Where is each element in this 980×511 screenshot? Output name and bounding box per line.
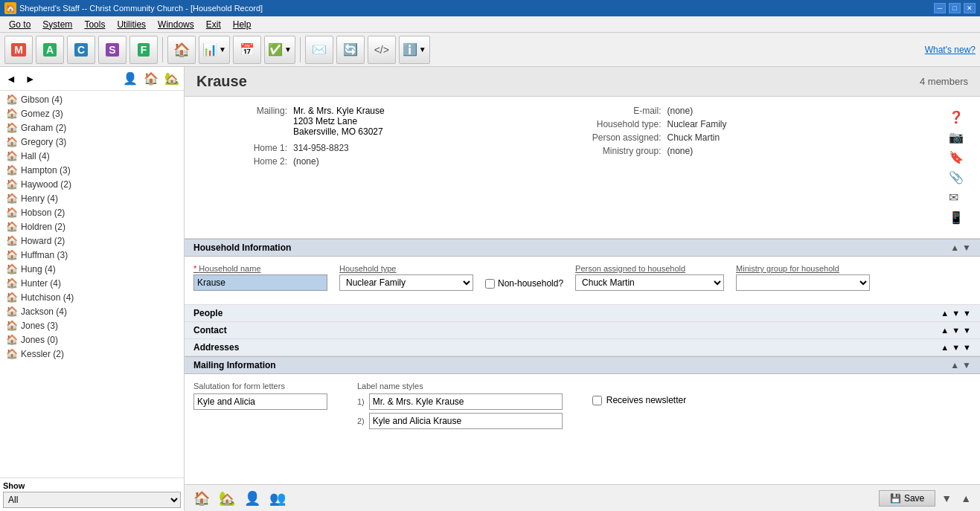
attachment-icon[interactable]: 📎 — [947, 169, 965, 186]
addresses-collapse-btn[interactable]: ▼ — [963, 343, 971, 352]
save-button[interactable]: 💾 Save — [879, 490, 935, 507]
bottom-add-household-btn[interactable]: 🏡 — [216, 489, 238, 508]
menu-system[interactable]: System — [36, 18, 78, 31]
help-circle-icon[interactable]: ❓ — [947, 109, 965, 126]
addresses-up-btn[interactable]: ▲ — [941, 343, 949, 352]
reports-dropdown-icon[interactable]: ▼ — [219, 45, 226, 54]
nav-back-button[interactable]: ◄ — [3, 71, 19, 86]
people-down-filter-btn[interactable]: ▼ — [952, 309, 960, 318]
person-assigned-select[interactable]: Chuck Martin — [575, 274, 724, 291]
sidebar-item[interactable]: 🏠Hung (4) — [0, 262, 184, 276]
sidebar-item-label: Graham (2) — [21, 123, 66, 133]
mailing-section-collapse-btn[interactable]: ▼ — [962, 360, 971, 370]
label-input-1[interactable] — [369, 393, 563, 410]
mobile-icon[interactable]: 📱 — [947, 209, 965, 226]
contact-down-filter-btn[interactable]: ▼ — [952, 326, 960, 335]
contact-section-header[interactable]: Contact ▲ ▼ ▼ — [185, 322, 980, 338]
people-collapse-btn[interactable]: ▼ — [963, 309, 971, 318]
sidebar-item[interactable]: 🏠Hall (4) — [0, 149, 184, 163]
contact-up-btn[interactable]: ▲ — [941, 326, 949, 335]
toolbar-attendance-btn[interactable]: A — [36, 36, 64, 64]
menu-utilities[interactable]: Utilities — [111, 18, 152, 31]
home-icon[interactable]: 🏡 — [163, 70, 181, 87]
toolbar-code-btn[interactable]: </> — [368, 36, 396, 64]
label-name-styles-group: Label name styles 1) 2) — [357, 382, 563, 429]
toolbar-contributions-btn[interactable]: C — [67, 36, 95, 64]
addresses-section-header[interactable]: Addresses ▲ ▼ ▼ — [185, 339, 980, 356]
toolbar-calendar-btn[interactable]: 📅 — [233, 36, 261, 64]
toolbar-members-btn[interactable]: M — [4, 36, 33, 64]
menu-help[interactable]: Help — [227, 18, 257, 31]
sidebar-list: 🏠Gibson (4)🏠Gomez (3)🏠Graham (2)🏠Gregory… — [0, 91, 184, 478]
bottom-person-btn[interactable]: 👤 — [241, 489, 263, 508]
sidebar-item[interactable]: 🏠Gibson (4) — [0, 92, 184, 106]
people-up-btn[interactable]: ▲ — [941, 309, 949, 318]
nav-forward-button[interactable]: ► — [22, 71, 39, 86]
addresses-down-filter-btn[interactable]: ▼ — [952, 343, 960, 352]
sidebar-item[interactable]: 🏠Jackson (4) — [0, 304, 184, 318]
tag-icon[interactable]: 🔖 — [947, 149, 965, 166]
nav-up-btn[interactable]: ▲ — [958, 491, 974, 506]
toolbar-followup-btn[interactable]: F — [129, 36, 158, 64]
household-name-input[interactable] — [193, 274, 327, 291]
toolbar-checkin-btn[interactable]: ✅ ▼ — [264, 36, 295, 64]
people-controls: ▲ ▼ ▼ — [941, 309, 971, 318]
close-button[interactable]: ✕ — [964, 3, 976, 13]
minimize-button[interactable]: ─ — [934, 3, 946, 13]
sidebar-item[interactable]: 🏠Hunter (4) — [0, 276, 184, 290]
sidebar-item[interactable]: 🏠Hobson (2) — [0, 205, 184, 219]
sidebar-item[interactable]: 🏠Graham (2) — [0, 120, 184, 135]
sidebar-item[interactable]: 🏠Jones (3) — [0, 318, 184, 332]
person-assigned-form-label: Person assigned to household — [575, 264, 724, 273]
house-icon: 🏠 — [6, 108, 18, 119]
toolbar-email-btn[interactable]: ✉️ — [305, 36, 333, 64]
sidebar-item[interactable]: 🏠Haywood (2) — [0, 177, 184, 191]
house-icon: 🏠 — [6, 221, 18, 232]
sidebar-item[interactable]: 🏠Gregory (3) — [0, 135, 184, 149]
whats-new-link[interactable]: What's new? — [925, 45, 976, 55]
toolbar-scheduler-btn[interactable]: S — [98, 36, 126, 64]
toolbar-reports-btn[interactable]: 📊 ▼ — [199, 36, 230, 64]
house-icon: 🏠 — [6, 207, 18, 218]
bottom-household-btn[interactable]: 🏠 — [190, 489, 213, 508]
sidebar-item[interactable]: 🏠Gomez (3) — [0, 106, 184, 120]
menu-tools[interactable]: Tools — [78, 18, 111, 31]
show-select[interactable]: All — [3, 492, 181, 508]
checkin-dropdown-icon[interactable]: ▼ — [284, 45, 292, 54]
sidebar-item[interactable]: 🏠Henry (4) — [0, 191, 184, 205]
camera-icon[interactable]: 📷 — [947, 129, 965, 146]
household-type-select[interactable]: Nuclear Family Single Adult Single Paren… — [339, 274, 473, 291]
window-controls[interactable]: ─ □ ✕ — [934, 3, 976, 13]
sidebar-item[interactable]: 🏠Huffman (3) — [0, 248, 184, 262]
info-dropdown-icon[interactable]: ▼ — [419, 45, 426, 54]
mailing-section-up-btn[interactable]: ▲ — [950, 360, 959, 370]
toolbar-info-btn[interactable]: ℹ️ ▼ — [399, 36, 430, 64]
contact-section: Contact ▲ ▼ ▼ — [185, 322, 980, 339]
sidebar-item[interactable]: 🏠Hampton (3) — [0, 163, 184, 177]
sidebar-item[interactable]: 🏠Howard (2) — [0, 234, 184, 248]
toolbar-sync-btn[interactable]: 🔄 — [336, 36, 365, 64]
receives-newsletter-checkbox[interactable] — [592, 396, 602, 405]
non-household-checkbox[interactable] — [485, 279, 495, 289]
people-section-header[interactable]: People ▲ ▼ ▼ — [185, 305, 980, 321]
nav-down-btn[interactable]: ▼ — [938, 491, 955, 506]
salutation-input[interactable] — [193, 393, 327, 410]
ministry-group-select[interactable] — [736, 274, 870, 291]
sidebar-item[interactable]: 🏠Kessler (2) — [0, 347, 184, 361]
email-small-icon[interactable]: ✉ — [947, 189, 965, 206]
restore-button[interactable]: □ — [949, 3, 961, 13]
add-household-icon[interactable]: 🏠 — [142, 70, 160, 87]
section-filter-btn[interactable]: ▼ — [962, 242, 971, 253]
contact-collapse-btn[interactable]: ▼ — [963, 326, 971, 335]
bottom-add-person-btn[interactable]: 👥 — [266, 489, 289, 508]
label-input-2[interactable] — [369, 413, 563, 429]
add-person-icon[interactable]: 👤 — [121, 70, 139, 87]
menu-windows[interactable]: Windows — [152, 18, 200, 31]
sidebar-item[interactable]: 🏠Jones (0) — [0, 332, 184, 347]
sidebar-item[interactable]: 🏠Holdren (2) — [0, 219, 184, 234]
menu-exit[interactable]: Exit — [200, 18, 227, 31]
sidebar-item[interactable]: 🏠Hutchison (4) — [0, 290, 184, 304]
menu-goto[interactable]: Go to — [3, 18, 36, 31]
toolbar-households-btn[interactable]: 🏠 — [167, 36, 196, 64]
section-up-btn[interactable]: ▲ — [950, 242, 959, 253]
